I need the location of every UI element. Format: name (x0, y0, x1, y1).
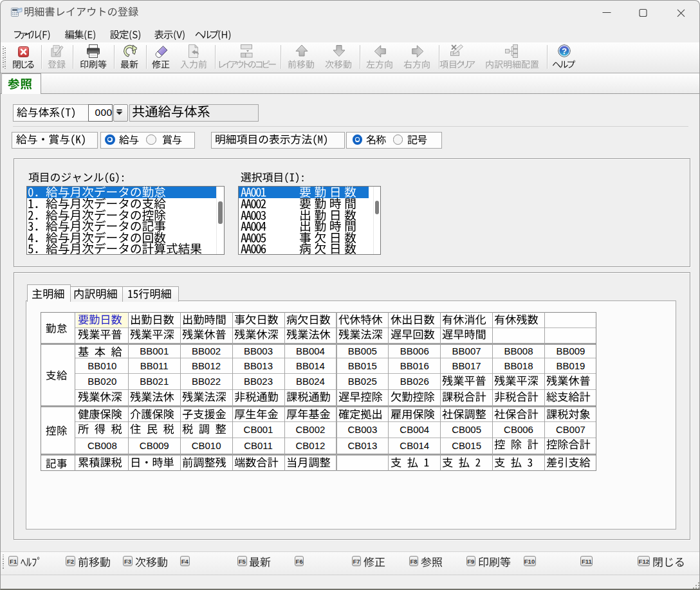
svg-text:?: ? (562, 46, 567, 56)
